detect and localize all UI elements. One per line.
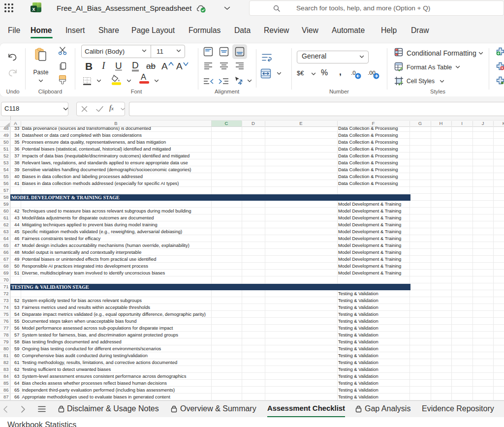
svg-text:x: x: [32, 6, 35, 12]
